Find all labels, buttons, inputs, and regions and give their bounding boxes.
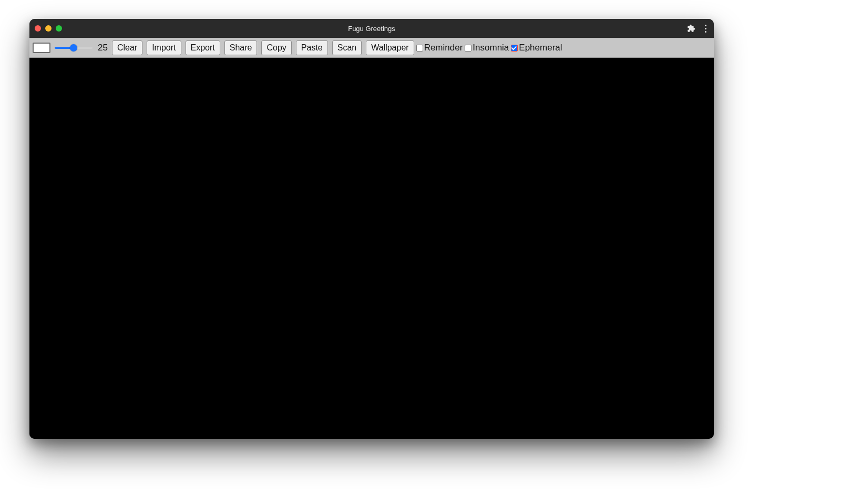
window-controls: [35, 25, 62, 32]
ephemeral-label: Ephemeral: [519, 43, 562, 53]
color-swatch[interactable]: [33, 43, 50, 53]
brush-size-slider[interactable]: [55, 44, 93, 52]
insomnia-checkbox[interactable]: [465, 45, 471, 52]
ephemeral-checkbox-wrap[interactable]: Ephemeral: [511, 43, 562, 53]
scan-button[interactable]: Scan: [332, 40, 362, 55]
share-button[interactable]: Share: [224, 40, 258, 55]
insomnia-checkbox-wrap[interactable]: Insomnia: [465, 43, 509, 53]
ephemeral-checkbox[interactable]: [511, 45, 518, 52]
kebab-menu-icon[interactable]: [703, 23, 709, 35]
paste-button[interactable]: Paste: [296, 40, 328, 55]
titlebar: Fugu Greetings: [29, 19, 714, 38]
window-title: Fugu Greetings: [29, 25, 714, 33]
window-maximize-button[interactable]: [56, 25, 62, 32]
clear-button[interactable]: Clear: [112, 40, 142, 55]
app-window: Fugu Greetings 25 Clear Imp: [29, 19, 714, 439]
wallpaper-button[interactable]: Wallpaper: [366, 40, 414, 55]
extensions-icon[interactable]: [687, 24, 695, 33]
reminder-label: Reminder: [424, 43, 463, 53]
insomnia-label: Insomnia: [473, 43, 509, 53]
copy-button[interactable]: Copy: [261, 40, 291, 55]
toolbar: 25 Clear Import Export Share Copy Paste …: [29, 38, 714, 58]
window-minimize-button[interactable]: [45, 25, 52, 32]
import-button[interactable]: Import: [147, 40, 181, 55]
drawing-canvas[interactable]: [29, 58, 714, 439]
reminder-checkbox-wrap[interactable]: Reminder: [416, 43, 463, 53]
window-close-button[interactable]: [35, 25, 41, 32]
brush-size-value: 25: [98, 43, 108, 53]
reminder-checkbox[interactable]: [416, 45, 423, 52]
export-button[interactable]: Export: [186, 40, 220, 55]
